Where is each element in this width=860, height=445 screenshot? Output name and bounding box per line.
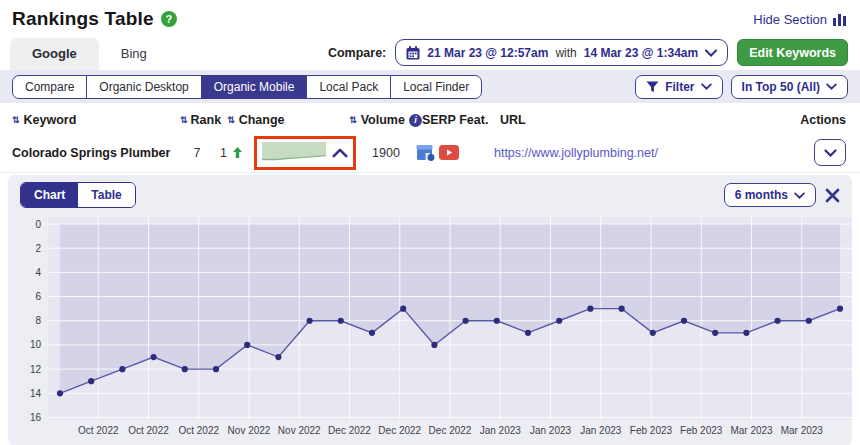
tab-google[interactable]: Google — [10, 38, 99, 70]
row-actions-button[interactable] — [814, 139, 846, 166]
chart-table-toggle: Chart Table — [20, 182, 136, 208]
chevron-down-icon — [705, 49, 717, 57]
svg-text:6: 6 — [35, 291, 41, 302]
svg-text:Nov 2022: Nov 2022 — [278, 425, 321, 436]
help-icon[interactable]: ? — [161, 11, 177, 27]
table-row: Colorado Springs Plumber 7 1 1900 — [0, 133, 860, 173]
chevron-down-icon — [794, 192, 805, 199]
svg-text:14: 14 — [30, 388, 42, 399]
rank-history-panel: Chart Table 6 months 0246810121416Oct 20… — [8, 175, 852, 445]
info-icon[interactable]: i — [409, 114, 422, 127]
svg-text:Oct 2022: Oct 2022 — [78, 425, 119, 436]
youtube-icon — [439, 145, 459, 160]
funnel-icon — [646, 81, 659, 93]
chevron-down-icon — [701, 83, 712, 90]
volume-cell: 1900 — [372, 146, 400, 160]
collapse-chevron-up-icon[interactable] — [332, 148, 348, 158]
svg-text:4: 4 — [35, 267, 41, 278]
column-serp-features: SERP Feat. — [422, 113, 488, 127]
column-volume[interactable]: Volume — [361, 113, 405, 127]
svg-text:Dec 2022: Dec 2022 — [328, 425, 371, 436]
svg-text:2: 2 — [35, 243, 41, 254]
column-keyword[interactable]: Keyword — [24, 113, 77, 127]
sort-icon[interactable]: ⇅ — [227, 116, 235, 125]
column-url: URL — [500, 113, 526, 127]
change-up-arrow-icon — [233, 147, 242, 158]
svg-text:Nov 2022: Nov 2022 — [228, 425, 271, 436]
result-type-segments: Compare Organic Desktop Organic Mobile L… — [12, 75, 482, 99]
column-rank[interactable]: Rank — [191, 113, 222, 127]
compare-label: Compare: — [328, 46, 386, 60]
svg-text:16: 16 — [30, 412, 42, 423]
svg-text:Jan 2023: Jan 2023 — [530, 425, 572, 436]
svg-text:Feb 2023: Feb 2023 — [630, 425, 673, 436]
svg-text:8: 8 — [35, 315, 41, 326]
svg-text:Mar 2023: Mar 2023 — [781, 425, 824, 436]
rank-history-sparkline[interactable] — [262, 142, 326, 164]
segment-local-finder[interactable]: Local Finder — [390, 75, 482, 99]
compare-with-label: with — [555, 46, 576, 60]
segment-organic-mobile[interactable]: Organic Mobile — [201, 75, 308, 99]
svg-text:0: 0 — [35, 219, 41, 230]
compare-date-range-picker[interactable]: 21 Mar 23 @ 12:57am with 14 Mar 23 @ 1:3… — [395, 39, 728, 66]
edit-keywords-button[interactable]: Edit Keywords — [737, 39, 848, 66]
search-engine-tabs: Google Bing — [10, 38, 169, 70]
svg-text:10: 10 — [30, 339, 42, 350]
segment-organic-desktop[interactable]: Organic Desktop — [86, 75, 201, 99]
svg-text:Dec 2022: Dec 2022 — [429, 425, 472, 436]
hide-section-label: Hide Section — [753, 12, 827, 27]
column-actions: Actions — [800, 113, 846, 127]
calendar-icon — [406, 46, 420, 60]
toggle-chart[interactable]: Chart — [21, 183, 78, 207]
tab-bing[interactable]: Bing — [99, 38, 169, 70]
rank-cell: 7 — [194, 146, 201, 160]
google-business-icon — [416, 144, 435, 161]
top-rank-filter-label: In Top 50 (All) — [742, 80, 820, 94]
range-select-label: 6 months — [735, 188, 788, 202]
rankings-table-header: ⇅Keyword ⇅Rank ⇅Change ⇅Volumei SERP Fea… — [0, 103, 860, 133]
sort-icon[interactable]: ⇅ — [12, 116, 20, 125]
column-change[interactable]: Change — [239, 113, 285, 127]
sort-icon[interactable]: ⇅ — [349, 116, 357, 125]
compare-date-to: 14 Mar 23 @ 1:34am — [584, 46, 698, 60]
sort-icon[interactable]: ⇅ — [180, 116, 188, 125]
chevron-down-icon — [826, 83, 837, 90]
range-select-button[interactable]: 6 months — [724, 183, 816, 207]
keyword-cell: Colorado Springs Plumber — [12, 146, 170, 160]
svg-text:Dec 2022: Dec 2022 — [378, 425, 421, 436]
toggle-table[interactable]: Table — [78, 183, 134, 207]
segment-local-pack[interactable]: Local Pack — [306, 75, 391, 99]
svg-text:12: 12 — [30, 364, 42, 375]
annotation-highlight-box — [254, 136, 356, 170]
svg-text:Oct 2022: Oct 2022 — [128, 425, 169, 436]
page-header: Rankings Table ? Hide Section — [0, 0, 860, 32]
rank-history-chart: 0246810121416Oct 2022Oct 2022Oct 2022Nov… — [14, 212, 858, 440]
compare-date-from: 21 Mar 23 @ 12:57am — [427, 46, 548, 60]
ranking-url-link[interactable]: https://www.jollyplumbing.net/ — [494, 146, 658, 160]
svg-text:Oct 2022: Oct 2022 — [178, 425, 219, 436]
svg-text:Jan 2023: Jan 2023 — [480, 425, 522, 436]
svg-text:Jan 2023: Jan 2023 — [580, 425, 622, 436]
chevron-down-icon — [824, 149, 837, 157]
close-chart-icon[interactable] — [825, 188, 840, 203]
change-cell: 1 — [220, 146, 227, 160]
top-rank-filter-button[interactable]: In Top 50 (All) — [731, 75, 848, 99]
filter-dropdown-button[interactable]: Filter — [635, 75, 722, 99]
bar-chart-icon — [833, 13, 846, 26]
hide-section-button[interactable]: Hide Section — [753, 12, 846, 27]
page-title: Rankings Table — [12, 8, 154, 30]
filter-label: Filter — [665, 80, 694, 94]
svg-text:Mar 2023: Mar 2023 — [730, 425, 773, 436]
filter-bar: Compare Organic Desktop Organic Mobile L… — [0, 70, 860, 103]
svg-text:Feb 2023: Feb 2023 — [680, 425, 723, 436]
tabs-compare-row: Google Bing Compare: 21 Mar 23 @ 12:57am… — [0, 32, 860, 70]
segment-compare[interactable]: Compare — [12, 75, 87, 99]
